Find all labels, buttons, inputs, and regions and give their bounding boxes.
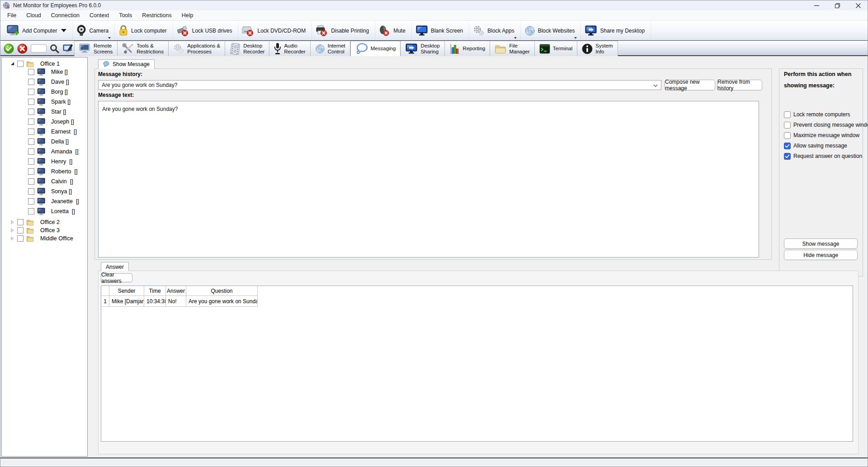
- tree-expand-icon[interactable]: [11, 220, 14, 224]
- option-row-lock-remote-computers[interactable]: Lock remote computers: [784, 111, 850, 118]
- dropdown-caret-icon[interactable]: [61, 29, 66, 32]
- tree-checkbox[interactable]: [28, 138, 34, 145]
- tree-checkbox[interactable]: [17, 235, 24, 242]
- minimize-button[interactable]: [806, 0, 827, 10]
- toolbar-button-lock-computer[interactable]: Lock computer: [115, 22, 173, 40]
- tab-file-manager[interactable]: FileManager: [490, 41, 534, 56]
- hide-message-button[interactable]: Hide message: [784, 250, 858, 260]
- checkbox-unchecked-icon[interactable]: [784, 132, 791, 139]
- search-icon[interactable]: [50, 44, 59, 53]
- answer-row[interactable]: 1Mike [Damjan]10:34:38No!Are you gone wo…: [101, 296, 853, 307]
- remove-from-history-button[interactable]: Remove from history: [717, 80, 762, 91]
- connect-icon[interactable]: [4, 43, 14, 54]
- small-dropdown-icon[interactable]: [574, 37, 577, 39]
- tree-computer-sonya[interactable]: Sonya []: [2, 187, 87, 196]
- tree-computer-henry[interactable]: Henry []: [2, 157, 87, 166]
- tree-checkbox[interactable]: [28, 119, 34, 125]
- tree-collapse-icon[interactable]: [11, 62, 14, 65]
- tree-checkbox[interactable]: [17, 219, 24, 225]
- clear-answers-button[interactable]: Clear answers: [101, 273, 132, 282]
- toolbar-button-add-computer[interactable]: Add Computer: [3, 22, 73, 40]
- menu-help[interactable]: Help: [177, 10, 198, 21]
- option-row-request-answer-on-question[interactable]: Request answer on question: [784, 152, 862, 160]
- tree-checkbox[interactable]: [17, 61, 24, 67]
- message-text-input[interactable]: Are you gone work on Sunday?: [98, 101, 759, 257]
- toolbar-button-lock-usb-drives[interactable]: Lock USB drives: [173, 22, 239, 40]
- toolbar-button-disable-printing[interactable]: Disable Printing: [312, 22, 375, 40]
- filter-input[interactable]: [31, 44, 47, 52]
- option-row-allow-saving-message[interactable]: Allow saving message: [784, 142, 847, 149]
- tree-computer-mike[interactable]: Mike []: [2, 67, 87, 76]
- tree-computer-calvin[interactable]: Calvin []: [2, 177, 87, 186]
- tab-internet-control[interactable]: InternetControl: [311, 41, 350, 56]
- menu-restrictions[interactable]: Restrictions: [137, 10, 176, 21]
- tree-checkbox[interactable]: [28, 109, 34, 115]
- option-row-maximize-message-window[interactable]: Maximize message window: [784, 132, 859, 139]
- tree-computer-dave[interactable]: Dave []: [2, 77, 87, 86]
- column-header-rownum[interactable]: [101, 286, 109, 296]
- column-header-answer[interactable]: Answer: [166, 286, 186, 296]
- tree-group-office-2[interactable]: Office 2: [2, 218, 87, 227]
- tree-expand-icon[interactable]: [11, 228, 14, 233]
- tab-tools-restrictions[interactable]: Tools &Restrictions: [118, 41, 169, 56]
- tab-show-message[interactable]: Show Message: [98, 59, 155, 69]
- toolbar-button-mute[interactable]: Mute: [375, 22, 412, 40]
- tree-computer-roberto[interactable]: Roberto []: [2, 167, 87, 176]
- tree-group-office-1[interactable]: Office 1: [2, 59, 87, 68]
- tab-applications-processes[interactable]: Applications &Processes: [169, 41, 225, 56]
- tree-group-middle-office[interactable]: Middle Office: [2, 234, 87, 243]
- tree-computer-earnest[interactable]: Earnest []: [2, 127, 87, 136]
- column-header-question[interactable]: Question: [186, 286, 258, 296]
- tree-checkbox[interactable]: [28, 99, 34, 105]
- tree-checkbox[interactable]: [28, 158, 34, 165]
- compose-new-message-button[interactable]: Compose new message: [665, 80, 715, 91]
- toolbar-button-share-my-desktop[interactable]: Share my Desktop: [581, 22, 651, 40]
- tab-desktop-recorder[interactable]: DesktopRecorder: [225, 41, 269, 56]
- tree-checkbox[interactable]: [28, 79, 34, 85]
- tab-messaging[interactable]: Messaging: [350, 41, 401, 56]
- menu-cloud[interactable]: Cloud: [21, 10, 46, 21]
- small-dropdown-icon[interactable]: [108, 37, 111, 39]
- tree-checkbox[interactable]: [28, 148, 34, 155]
- small-dropdown-icon[interactable]: [514, 37, 517, 39]
- tree-checkbox[interactable]: [28, 198, 34, 205]
- tree-computer-borg[interactable]: Borg []: [2, 87, 87, 96]
- tree-computer-jeanette[interactable]: Jeanette []: [2, 197, 87, 206]
- edit-sessions-icon[interactable]: [62, 43, 73, 54]
- tree-checkbox[interactable]: [28, 178, 34, 185]
- option-row-prevent-closing-message-window[interactable]: Prevent closing message window: [784, 121, 868, 129]
- column-header-sender[interactable]: Sender: [109, 286, 144, 296]
- tree-computer-star[interactable]: Star []: [2, 107, 87, 116]
- tree-computer-amanda[interactable]: Amanda []: [2, 147, 87, 156]
- tab-terminal[interactable]: Terminal: [535, 41, 577, 56]
- checkbox-unchecked-icon[interactable]: [784, 122, 791, 129]
- tree-computer-loretta[interactable]: Loretta []: [2, 207, 87, 216]
- tree-computer-spark[interactable]: Spark []: [2, 97, 87, 106]
- tab-remote-screens[interactable]: RemoteScreens: [74, 41, 118, 56]
- toolbar-button-block-apps[interactable]: Block Apps: [469, 22, 520, 40]
- tree-checkbox[interactable]: [28, 69, 34, 75]
- tree-checkbox[interactable]: [28, 208, 34, 214]
- tab-answer[interactable]: Answer: [101, 262, 129, 271]
- tab-audio-recorder[interactable]: AudioRecorder: [269, 41, 310, 56]
- tree-checkbox[interactable]: [28, 168, 34, 175]
- toolbar-button-block-websites[interactable]: Block Websites: [521, 22, 581, 40]
- checkbox-unchecked-icon[interactable]: [784, 111, 791, 118]
- menu-connection[interactable]: Connection: [46, 10, 85, 21]
- tab-desktop-sharing[interactable]: DesktopSharing: [401, 41, 444, 56]
- restore-button[interactable]: [827, 0, 848, 10]
- toolbar-button-lock-dvd-cd-rom[interactable]: Lock DVD/CD-ROM: [238, 22, 312, 40]
- menu-context[interactable]: Context: [85, 10, 114, 21]
- tree-checkbox[interactable]: [17, 227, 24, 234]
- message-history-combobox[interactable]: Are you gone work on Sunday?: [98, 80, 661, 90]
- tree-computer-della[interactable]: Della []: [2, 137, 87, 146]
- column-header-time[interactable]: Time: [144, 286, 166, 296]
- close-button[interactable]: [848, 0, 868, 10]
- tree-checkbox[interactable]: [28, 129, 34, 135]
- checkbox-checked-icon[interactable]: [784, 143, 791, 149]
- toolbar-button-blank-screen[interactable]: Blank Screen: [412, 22, 469, 40]
- show-message-button[interactable]: Show message: [784, 238, 858, 249]
- toolbar-button-camera[interactable]: Camera: [73, 22, 115, 40]
- tab-reporting[interactable]: Reporting: [445, 41, 491, 56]
- menu-tools[interactable]: Tools: [114, 10, 137, 21]
